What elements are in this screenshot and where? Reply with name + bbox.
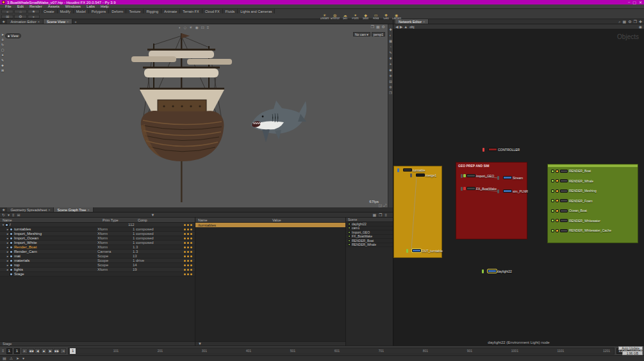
scale-icon[interactable]: ▢: [1, 49, 4, 52]
layout-icon[interactable]: ▤: [389, 80, 392, 83]
stop-icon[interactable]: ■: [41, 348, 47, 354]
select-icon[interactable]: ➤: [1, 33, 4, 36]
network-node[interactable]: RENDER_Whale: [551, 179, 611, 183]
close-button[interactable]: ✕: [639, 0, 642, 4]
message-log-icon[interactable]: ▤: [3, 357, 6, 360]
shelf-tab[interactable]: Modify: [58, 9, 74, 13]
view-menu-button[interactable]: View: [5, 33, 21, 38]
node-flag-icon[interactable]: [483, 148, 484, 152]
prev-key-icon[interactable]: ◀◀: [28, 348, 34, 354]
filter-icon[interactable]: ▼: [151, 213, 155, 217]
material-icon[interactable]: ❖: [389, 57, 392, 60]
columns-icon[interactable]: ▦: [372, 213, 376, 217]
table-row[interactable]: ▸ Render_Cam Camera 1.3: [0, 250, 195, 254]
timeline[interactable]: 1101201301401501601701801901100111011201…: [68, 348, 615, 355]
node-flag-icon[interactable]: [397, 168, 399, 172]
pane-star-icon[interactable]: ★: [0, 20, 7, 24]
shelf-home-icon[interactable]: ⌂: [14, 10, 26, 13]
range-start-field[interactable]: 1: [14, 348, 20, 354]
forward-icon[interactable]: ▶: [400, 25, 403, 29]
visibility-dots[interactable]: [184, 237, 195, 239]
node-flag-icon[interactable]: [461, 187, 463, 191]
shelf-tab[interactable]: Model: [74, 9, 89, 13]
shelf-tab[interactable]: Animate: [161, 9, 180, 13]
template-flag-icon[interactable]: [551, 229, 554, 232]
shelf-tab[interactable]: Texture: [126, 9, 144, 13]
visibility-dots[interactable]: [184, 264, 195, 266]
copy-icon[interactable]: ❐: [389, 92, 392, 95]
list-item[interactable]: RENDER_Whale: [346, 243, 393, 248]
shelf-tab[interactable]: Create: [41, 9, 58, 13]
node-flag-icon[interactable]: [497, 189, 499, 193]
node-flag-icon[interactable]: [461, 174, 463, 178]
display-options-icon[interactable]: ≡: [207, 26, 210, 29]
shelf-back-icon[interactable]: «: [1, 10, 13, 13]
table-row[interactable]: ▸ rop Scope 14: [0, 263, 195, 268]
distant-light-tool[interactable]: ☀ Distant: [320, 13, 329, 19]
breadcrumb[interactable]: obj: [409, 25, 414, 29]
play-icon[interactable]: ▶: [47, 348, 53, 354]
camera-selector[interactable]: No cam ▾: [353, 32, 370, 36]
network-node[interactable]: CONTROLLER: [483, 147, 520, 152]
template-flag-icon[interactable]: [551, 199, 554, 202]
visibility-dots[interactable]: [184, 251, 195, 253]
memory-readout[interactable]: 1.96 GB: [622, 351, 643, 355]
grid-icon[interactable]: ⊞: [1, 69, 4, 72]
pane-tab[interactable]: Network Editor ×: [395, 19, 429, 24]
plus-icon[interactable]: ✚: [639, 20, 642, 24]
add-icon[interactable]: ✚: [389, 28, 392, 31]
network-node[interactable]: Stream: [497, 175, 523, 180]
network-node[interactable]: OUT_turntable: [406, 248, 443, 253]
shelf-tab[interactable]: Lights and Cameras: [238, 9, 275, 13]
menu-item[interactable]: File: [3, 4, 14, 8]
table-row[interactable]: ▸ mat Scope 13: [0, 254, 195, 259]
network-editor[interactable]: Objects GEO PREP AND SIM: [393, 29, 644, 346]
camera-icon[interactable]: ◉: [389, 68, 392, 72]
texture-icon[interactable]: ▦: [389, 40, 392, 43]
collapse-icon[interactable]: ▾: [8, 213, 10, 217]
next-key-icon[interactable]: ▶▶: [54, 348, 60, 354]
go-end-icon[interactable]: ⇥: [60, 348, 66, 354]
grid-toggle-icon[interactable]: ⊞: [17, 213, 21, 217]
network-node[interactable]: Import_GEO: [461, 173, 494, 178]
network-node[interactable]: RENDER_Boat: [551, 169, 611, 173]
playhead[interactable]: 1: [70, 348, 76, 354]
maximize-button[interactable]: ▢: [632, 0, 636, 4]
network-node[interactable]: RENDER_Foam: [551, 199, 611, 203]
select-mode-icon[interactable]: ➤: [16, 357, 19, 360]
pane-tab[interactable]: Scene Graph Tree ×: [54, 207, 93, 212]
menu-item[interactable]: Edit: [15, 4, 26, 8]
visibility-dots[interactable]: [184, 229, 195, 230]
table-row[interactable]: ▸ Import_Meshing Xform 1 composed: [0, 232, 195, 236]
node-flag-icon[interactable]: [406, 249, 408, 253]
area-light-tool[interactable]: ▭ Area: [372, 13, 380, 19]
close-tab-icon[interactable]: ×: [423, 20, 425, 24]
sky-light-tool[interactable]: ☁ Sky: [341, 13, 349, 19]
camera-tool[interactable]: ◉ Camera: [392, 13, 400, 19]
details-filter-bar[interactable]: ▼: [195, 341, 345, 346]
table-row[interactable]: ▸ lights Xform 19: [0, 268, 195, 272]
shelf-gear-icon[interactable]: ⚙: [14, 15, 26, 19]
template-flag-icon[interactable]: [551, 209, 554, 213]
template-flag-icon[interactable]: [551, 170, 554, 173]
annotate-icon[interactable]: ✎: [389, 51, 392, 54]
snapshot-icon[interactable]: ❐: [371, 25, 374, 29]
close-tab-icon[interactable]: ×: [67, 20, 69, 24]
visibility-dots[interactable]: [184, 260, 195, 262]
handles-icon[interactable]: ✦: [1, 54, 4, 57]
network-node[interactable]: merge1: [410, 173, 436, 177]
gear-icon[interactable]: ⚙: [389, 86, 392, 89]
visibility-dots[interactable]: [184, 224, 195, 226]
pin-icon[interactable]: ◉: [639, 25, 642, 29]
table-row[interactable]: ▸ Import_Ocean Xform 1 composed: [0, 236, 195, 241]
pane-tab[interactable]: Scene View ×: [44, 19, 72, 24]
settings-icon[interactable]: ⚙: [382, 25, 385, 29]
wireframe-icon[interactable]: ◇: [183, 26, 186, 29]
visibility-dots[interactable]: [184, 269, 195, 271]
table-row[interactable]: ▸ Import_White Xform 1 composed: [0, 241, 195, 245]
menu-item[interactable]: Labs: [84, 4, 97, 8]
template-flag-icon[interactable]: [551, 179, 554, 182]
network-node[interactable]: daylight22: [482, 269, 512, 273]
table-row[interactable]: ▸ materials Scope 1 drive: [0, 259, 195, 263]
table-row[interactable]: Stage: [0, 272, 195, 277]
